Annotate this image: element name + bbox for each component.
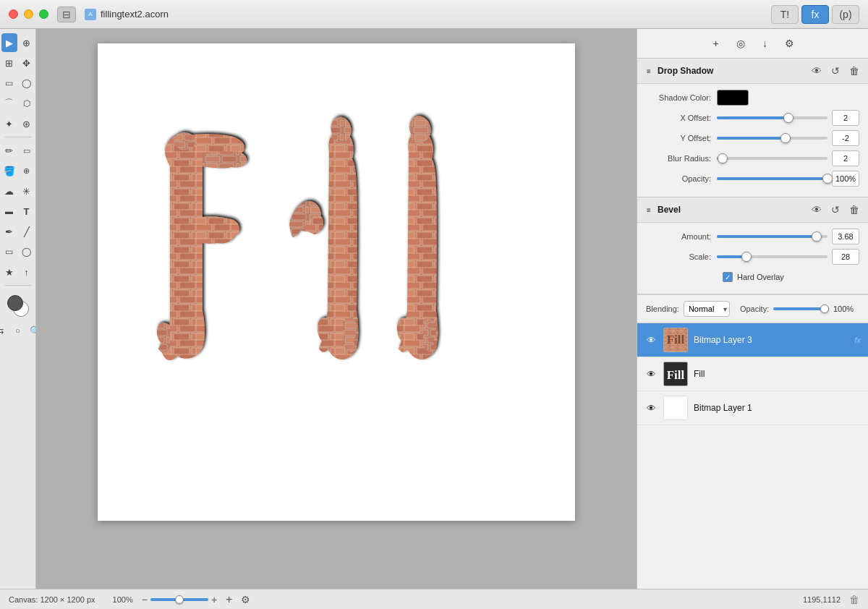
- drop-shadow-delete[interactable]: 🗑: [846, 63, 862, 79]
- sun-tool[interactable]: ✳: [19, 182, 35, 200]
- rect-shape-tool[interactable]: ▭: [1, 242, 17, 261]
- hard-overlay-checkbox[interactable]: ✓: [723, 272, 733, 282]
- cloud-tool[interactable]: ☁: [1, 182, 17, 200]
- download-button[interactable]: ↓: [755, 35, 775, 52]
- cloud-sun-pair: ☁ ✳: [1, 182, 35, 200]
- text-tool[interactable]: T: [19, 202, 35, 221]
- amount-value[interactable]: 3.68: [832, 229, 859, 244]
- color-select-tool[interactable]: ⊛: [19, 114, 35, 133]
- line-tool[interactable]: ╱: [19, 222, 35, 241]
- amount-slider[interactable]: [717, 235, 827, 238]
- blur-radius-label: Blur Radius:: [646, 154, 711, 163]
- pen-tool[interactable]: ✒: [1, 222, 17, 241]
- x-offset-control: 2: [717, 110, 859, 126]
- blur-radius-value[interactable]: 2: [832, 150, 859, 166]
- svg-point-12: [174, 132, 195, 150]
- bevel-visibility[interactable]: 👁: [809, 202, 825, 218]
- close-button[interactable]: [9, 9, 18, 19]
- eraser-tool[interactable]: ▭: [19, 141, 35, 160]
- zoom-percent: 100%: [113, 595, 133, 604]
- x-offset-row: X Offset: 2: [646, 110, 859, 126]
- globe-button[interactable]: ◎: [731, 35, 751, 52]
- y-offset-label: Y Offset:: [646, 134, 711, 142]
- layer-bitmap-1[interactable]: 👁 Bitmap Layer 1: [637, 391, 868, 425]
- bevel-delete[interactable]: 🗑: [846, 202, 862, 218]
- maximize-button[interactable]: [39, 9, 48, 19]
- bevel-reset[interactable]: ↺: [827, 202, 843, 218]
- y-offset-value[interactable]: -2: [832, 130, 859, 146]
- sidebar-toggle-button[interactable]: ⊟: [57, 7, 76, 22]
- blend-opacity-slider[interactable]: [773, 307, 829, 310]
- magic-wand-tool[interactable]: ✦: [1, 114, 17, 133]
- y-offset-slider[interactable]: [717, 137, 827, 140]
- minimize-button[interactable]: [24, 9, 33, 19]
- star-tool[interactable]: ★: [1, 263, 17, 281]
- settings-button[interactable]: ⚙: [780, 35, 800, 52]
- default-colors-tool[interactable]: ○: [10, 321, 26, 340]
- blur-radius-slider[interactable]: [717, 157, 827, 160]
- stamp-tool[interactable]: ⊕: [19, 161, 35, 180]
- opacity-value[interactable]: 100%: [832, 171, 859, 187]
- color-swatches[interactable]: [4, 292, 32, 320]
- scale-slider[interactable]: [717, 255, 827, 258]
- ellipse-select-tool[interactable]: ◯: [19, 74, 35, 93]
- drop-shadow-visibility[interactable]: 👁: [809, 63, 825, 79]
- drop-shadow-toggle[interactable]: ≡: [643, 65, 655, 77]
- layer-name: Bitmap Layer 1: [694, 403, 861, 413]
- drop-shadow-reset[interactable]: ↺: [827, 63, 843, 79]
- zoom-tool[interactable]: ⊕: [19, 33, 35, 52]
- zoom-slider[interactable]: [150, 598, 208, 601]
- layer-visibility-icon[interactable]: 👁: [644, 401, 658, 414]
- blending-row: Blending: Normal Multiply Screen Overlay…: [637, 294, 868, 323]
- opacity-control: 100%: [717, 171, 859, 187]
- layer-fx-badge: fx: [854, 336, 861, 344]
- delete-layer-button[interactable]: 🗑: [849, 594, 859, 605]
- tools-panel-button[interactable]: T!: [771, 5, 799, 24]
- layer-name: Bitmap Layer 3: [694, 335, 848, 345]
- blur-radius-row: Blur Radius: 2: [646, 150, 859, 166]
- x-offset-slider[interactable]: [717, 116, 827, 119]
- add-layer-button[interactable]: +: [226, 593, 232, 606]
- layer-fill[interactable]: 👁 Fill Fill: [637, 357, 868, 391]
- swap-colors-tool[interactable]: ⇆: [0, 321, 9, 340]
- bevel-body: Amount: 3.68 Scale:: [637, 223, 868, 294]
- fill-tool[interactable]: 🪣: [1, 161, 17, 180]
- lasso-tool[interactable]: ⌒: [1, 94, 17, 113]
- zoom-out-button[interactable]: −: [142, 594, 148, 605]
- brush-tool[interactable]: ✏: [1, 141, 17, 160]
- canvas-area[interactable]: [36, 29, 637, 589]
- layer-thumbnail: [663, 396, 688, 420]
- canvas-size: Canvas: 1200 × 1200 px: [9, 595, 95, 604]
- layer-visibility-icon[interactable]: 👁: [644, 367, 658, 380]
- panel-top-toolbar: + ◎ ↓ ⚙: [637, 29, 868, 59]
- arrow-tool[interactable]: ↑: [19, 263, 35, 281]
- bevel-header: ≡ Bevel 👁 ↺ 🗑: [637, 197, 868, 223]
- add-effect-button[interactable]: +: [706, 35, 726, 52]
- polygonal-tool[interactable]: ⬡: [19, 94, 35, 113]
- shadow-color-control: [717, 90, 859, 106]
- gradient-tool[interactable]: ▬: [1, 202, 17, 221]
- bevel-actions: 👁 ↺ 🗑: [809, 202, 862, 218]
- x-offset-label: X Offset:: [646, 114, 711, 122]
- transform-tool[interactable]: ✥: [19, 54, 35, 72]
- ellipse-shape-tool[interactable]: ◯: [19, 242, 35, 261]
- fx-panel-button[interactable]: fx: [801, 5, 829, 24]
- opacity-slider[interactable]: [717, 177, 827, 180]
- bevel-toggle[interactable]: ≡: [643, 204, 655, 216]
- layer-bitmap-3[interactable]: 👁: [637, 323, 868, 357]
- shadow-color-swatch[interactable]: [717, 90, 749, 106]
- layer-visibility-icon[interactable]: 👁: [644, 333, 658, 346]
- scale-value[interactable]: 28: [832, 249, 859, 265]
- crop-tool[interactable]: ⊞: [1, 54, 17, 72]
- select-tool[interactable]: ▶: [1, 33, 17, 52]
- x-offset-value[interactable]: 2: [832, 110, 859, 126]
- rect-ellipse-pair: ▭ ◯: [1, 74, 35, 93]
- rect-select-tool[interactable]: ▭: [1, 74, 17, 93]
- layer-settings-button[interactable]: ⚙: [241, 594, 250, 605]
- params-panel-button[interactable]: (p): [832, 5, 859, 24]
- svg-text:Fill: Fill: [667, 333, 685, 346]
- blending-mode-select[interactable]: Normal Multiply Screen Overlay: [684, 301, 730, 317]
- zoom-in-button[interactable]: +: [211, 594, 217, 605]
- amount-row: Amount: 3.68: [646, 229, 859, 244]
- foreground-color-swatch[interactable]: [7, 295, 23, 311]
